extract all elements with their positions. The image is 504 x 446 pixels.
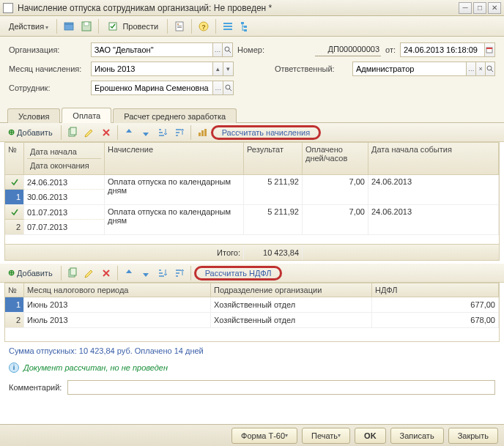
col-month[interactable]: Месяц налогового периода bbox=[24, 283, 211, 297]
report-icon[interactable] bbox=[171, 18, 188, 34]
sort-desc-icon[interactable] bbox=[171, 265, 188, 281]
svg-rect-15 bbox=[244, 29, 247, 31]
move-up-icon[interactable] bbox=[121, 124, 137, 141]
separator bbox=[190, 125, 191, 140]
tab-payment[interactable]: Оплата bbox=[62, 108, 111, 123]
col-accrual[interactable]: Начисление bbox=[105, 143, 244, 174]
calc-ndfl-link[interactable]: Рассчитать НДФЛ bbox=[194, 266, 283, 280]
main-toolbar: Действия Провести ? bbox=[0, 16, 504, 37]
col-ndfl[interactable]: НДФЛ bbox=[372, 283, 499, 297]
form-t60-button[interactable]: Форма Т-60 bbox=[231, 428, 297, 444]
col-date-start: Дата начала bbox=[27, 145, 101, 159]
employee-field[interactable]: … bbox=[91, 81, 234, 95]
minimize-button[interactable]: ─ bbox=[459, 2, 472, 14]
date-input[interactable] bbox=[401, 43, 484, 56]
chart-icon[interactable] bbox=[194, 124, 210, 141]
accruals-toolbar: ⊕ Добавить Рассчитать начисления bbox=[0, 123, 504, 142]
actions-menu[interactable]: Действия bbox=[4, 21, 53, 32]
responsible-input[interactable] bbox=[353, 62, 466, 75]
tab-conditions[interactable]: Условия bbox=[7, 108, 60, 123]
close-button[interactable]: Закрыть bbox=[448, 428, 498, 444]
separator bbox=[191, 19, 192, 34]
ellipsis-icon[interactable]: … bbox=[212, 81, 223, 94]
employee-input[interactable] bbox=[92, 81, 212, 94]
tree-icon[interactable] bbox=[237, 18, 253, 34]
calendar-icon[interactable] bbox=[484, 43, 494, 56]
ellipsis-icon[interactable]: … bbox=[466, 62, 475, 75]
title-bar: Начисление отпуска сотрудникам организац… bbox=[0, 0, 504, 16]
close-button[interactable]: ✕ bbox=[488, 2, 501, 14]
svg-rect-25 bbox=[204, 129, 207, 136]
comment-row: Комментарий: bbox=[0, 376, 504, 399]
spin-down-icon[interactable]: ▾ bbox=[223, 62, 233, 75]
provesti-button[interactable]: Провести bbox=[103, 18, 163, 34]
sort-desc-icon[interactable] bbox=[171, 124, 188, 141]
edit-icon[interactable] bbox=[81, 124, 97, 141]
add-button[interactable]: ⊕ Добавить bbox=[3, 266, 58, 280]
add-button[interactable]: ⊕ Добавить bbox=[3, 125, 58, 139]
status-line: i Документ рассчитан, но не проведен bbox=[0, 360, 504, 376]
table-row[interactable]: 1 24.06.2013 30.06.2013 Оплата отпуска п… bbox=[5, 175, 499, 205]
maximize-button[interactable]: □ bbox=[473, 2, 486, 14]
org-input[interactable] bbox=[92, 43, 212, 56]
table-row[interactable]: 2 Июль 2013 Хозяйственный отдел 678,00 bbox=[5, 313, 499, 328]
table-row[interactable]: 2 01.07.2013 07.07.2013 Оплата отпуска п… bbox=[5, 205, 499, 235]
org-field[interactable]: … bbox=[91, 42, 233, 57]
col-dates[interactable]: Дата начала Дата окончания bbox=[24, 143, 105, 174]
print-button[interactable]: Печать bbox=[302, 428, 350, 444]
add-label: Добавить bbox=[17, 269, 53, 278]
svg-rect-5 bbox=[177, 23, 179, 25]
move-down-icon[interactable] bbox=[138, 265, 154, 281]
save-button[interactable]: Записать bbox=[390, 428, 444, 444]
list-icon[interactable] bbox=[220, 18, 236, 34]
grid-header: № Месяц налогового периода Подразделение… bbox=[5, 283, 499, 297]
svg-text:?: ? bbox=[201, 23, 206, 31]
col-event-date[interactable]: Дата начала события bbox=[368, 143, 499, 174]
separator bbox=[98, 19, 99, 34]
window-title: Начисление отпуска сотрудникам организац… bbox=[18, 3, 459, 13]
calc-icon bbox=[10, 208, 19, 217]
col-num[interactable]: № bbox=[5, 283, 24, 297]
accruals-grid: № Дата начала Дата окончания Начисление … bbox=[4, 142, 500, 261]
svg-rect-10 bbox=[223, 23, 232, 24]
month-input[interactable] bbox=[92, 62, 212, 75]
separator bbox=[117, 266, 118, 280]
edit-icon[interactable] bbox=[81, 265, 97, 281]
svg-rect-12 bbox=[223, 29, 232, 30]
col-paid[interactable]: Оплачено дней/часов bbox=[303, 143, 368, 174]
ellipsis-icon[interactable]: … bbox=[212, 43, 223, 56]
move-up-icon[interactable] bbox=[121, 265, 137, 281]
tab-avg-calc[interactable]: Расчет среднего заработка bbox=[113, 108, 237, 123]
table-row[interactable]: 1 Июнь 2013 Хозяйственный отдел 677,00 bbox=[5, 297, 499, 313]
spin-up-icon[interactable]: ▴ bbox=[212, 62, 223, 75]
sort-asc-icon[interactable] bbox=[155, 265, 171, 281]
org-label: Организация: bbox=[9, 45, 86, 54]
search-icon[interactable] bbox=[222, 43, 232, 56]
move-down-icon[interactable] bbox=[138, 124, 154, 141]
save-icon[interactable] bbox=[78, 18, 94, 34]
date-field[interactable] bbox=[400, 42, 495, 57]
delete-icon[interactable] bbox=[98, 124, 114, 141]
sort-asc-icon[interactable] bbox=[155, 124, 171, 141]
search-icon[interactable] bbox=[485, 62, 494, 75]
month-field[interactable]: ▴ ▾ bbox=[91, 62, 234, 76]
delete-icon[interactable] bbox=[98, 265, 114, 281]
col-date-end: Дата окончания bbox=[27, 159, 101, 172]
copy-icon[interactable] bbox=[64, 124, 81, 141]
ndfl-toolbar: ⊕ Добавить Рассчитать НДФЛ bbox=[0, 264, 504, 283]
svg-rect-27 bbox=[70, 268, 76, 275]
number-value: ДП000000003 bbox=[315, 43, 381, 56]
add-label: Добавить bbox=[17, 128, 53, 137]
calc-accruals-link[interactable]: Рассчитать начисления bbox=[211, 125, 322, 140]
clear-icon[interactable]: × bbox=[475, 62, 485, 75]
ok-button[interactable]: OK bbox=[355, 428, 386, 444]
col-num[interactable]: № bbox=[5, 143, 24, 174]
comment-input[interactable] bbox=[67, 380, 495, 395]
help-icon[interactable]: ? bbox=[196, 18, 212, 34]
copy-icon[interactable] bbox=[64, 265, 81, 281]
col-dept[interactable]: Подразделение организации bbox=[211, 283, 372, 297]
refresh-icon[interactable] bbox=[61, 18, 77, 34]
col-result[interactable]: Результат bbox=[244, 143, 303, 174]
responsible-field[interactable]: … × bbox=[352, 62, 495, 76]
search-icon[interactable] bbox=[223, 81, 233, 94]
